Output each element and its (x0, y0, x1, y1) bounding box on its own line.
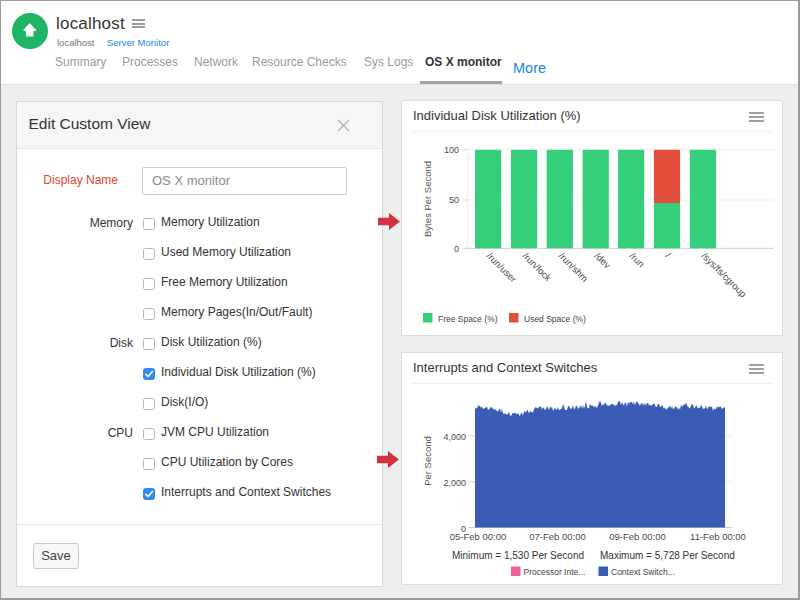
svg-text:/run/shm: /run/shm (557, 250, 591, 284)
svg-text:11-Feb 00:00: 11-Feb 00:00 (690, 531, 746, 542)
svg-text:Minimum = 1,530 Per Second: Minimum = 1,530 Per Second (452, 550, 584, 561)
svg-text:/dev: /dev (593, 250, 614, 271)
svg-text:05-Feb 00:00: 05-Feb 00:00 (450, 531, 507, 542)
svg-text:50: 50 (449, 195, 459, 205)
svg-text:0: 0 (454, 244, 459, 254)
svg-text:Maximum = 5,728 Per Second: Maximum = 5,728 Per Second (600, 550, 735, 561)
svg-text:/run/user: /run/user (485, 250, 519, 284)
svg-text:Free Space (%): Free Space (%) (438, 314, 498, 324)
svg-text:Per Second: Per Second (422, 436, 433, 486)
svg-text:/: / (664, 250, 674, 260)
svg-text:2,000: 2,000 (443, 478, 466, 488)
svg-text:09-Feb 00:00: 09-Feb 00:00 (609, 531, 666, 542)
svg-text:Processor Inte...: Processor Inte... (524, 567, 586, 577)
svg-text:Used Space (%): Used Space (%) (524, 314, 586, 324)
svg-text:4,000: 4,000 (443, 432, 466, 442)
svg-text:/sys/fs/cgroup: /sys/fs/cgroup (700, 250, 749, 299)
svg-text:/run/lock: /run/lock (521, 250, 554, 283)
svg-text:/run: /run (628, 250, 647, 269)
svg-text:Bytes Per Second: Bytes Per Second (422, 161, 433, 237)
svg-text:Context Switch...: Context Switch... (611, 567, 675, 577)
svg-text:100: 100 (444, 145, 459, 155)
svg-text:07-Feb 00:00: 07-Feb 00:00 (529, 531, 586, 542)
